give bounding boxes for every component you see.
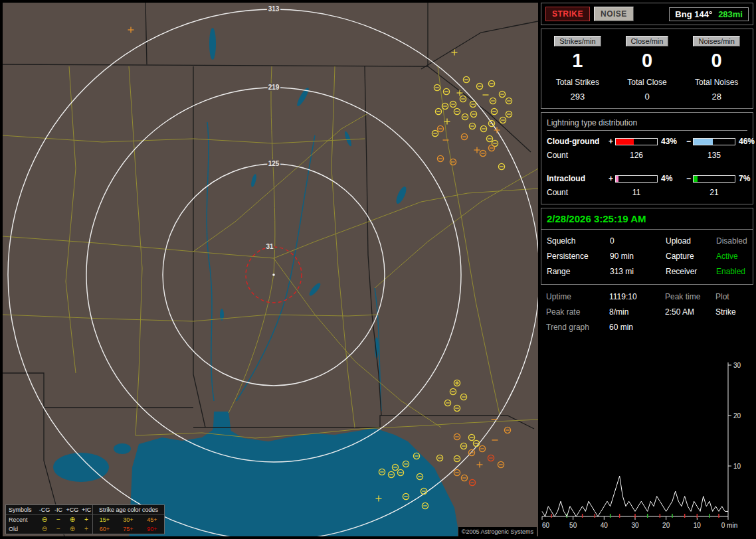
svg-text:30: 30 (733, 362, 741, 369)
upload-label: Upload (666, 236, 716, 246)
legend-recent-label: Recent (6, 514, 37, 524)
plus-sign: + (607, 137, 615, 146)
recent-pos-cg-icon: ⊕ (64, 514, 80, 524)
total-strikes-label: Total Strikes (556, 78, 599, 87)
intracloud-label: Intracloud (547, 174, 607, 183)
close-per-min-value: 0 (642, 50, 652, 72)
total-strikes-value: 293 (570, 92, 585, 102)
receiver-location-marker (272, 273, 275, 276)
plus-sign: + (607, 174, 615, 183)
ic-plus-bar (615, 175, 658, 183)
svg-text:0 min: 0 min (721, 522, 737, 529)
close-per-min-label: Close/min (626, 36, 669, 46)
ring-label-313: 313 (268, 5, 280, 13)
noises-rate-column: Noises/min 0 Total Noises 28 (682, 36, 751, 102)
peak-rate-value: 8/min (609, 307, 665, 317)
noises-per-min-value: 0 (711, 50, 722, 72)
sidebar: STRIKE NOISE Bng 144° 283mi Strikes/min … (541, 3, 753, 536)
ic-minus-count: 21 (693, 188, 735, 197)
range-value: 313 mi (610, 267, 666, 276)
age-75-label: 75+ (116, 524, 140, 534)
plot-label: Plot (715, 292, 748, 301)
age-45-label: 45+ (140, 514, 164, 524)
age-30-label: 30+ (116, 514, 140, 524)
svg-text:30: 30 (631, 522, 639, 529)
uptime-label: Uptime (546, 292, 609, 301)
total-close-value: 0 (644, 92, 649, 102)
total-close-label: Total Close (627, 78, 666, 87)
ring-label-125: 125 (268, 160, 280, 167)
map-legend: Symbols -CG -IC +CG +IC Strike age color… (5, 504, 165, 534)
status-grid: Squelch 0 Upload Disabled Persistence 90… (541, 230, 753, 284)
strike-mode-button[interactable]: STRIKE (545, 7, 590, 21)
recent-neg-cg-icon: ⊖ (37, 514, 52, 524)
cg-minus-count: 135 (693, 151, 735, 160)
map-canvas[interactable]: 313 219 125 31 (3, 3, 538, 536)
distribution-title: Lightning type distribution (547, 118, 747, 131)
legend-col-neg-cg: -CG (37, 505, 52, 514)
trend-graph-label: Trend graph (546, 323, 609, 332)
svg-text:20: 20 (733, 412, 741, 420)
peak-rate-label: Peak rate (546, 307, 609, 317)
total-noises-value: 28 (711, 92, 721, 102)
svg-text:50: 50 (569, 522, 577, 529)
minus-sign: − (684, 174, 693, 183)
uptime-value: 1119:10 (609, 292, 665, 301)
peak-time-value: 2:50 AM (665, 307, 715, 317)
svg-text:20: 20 (662, 522, 670, 529)
legend-col-pos-ic: +IC (80, 505, 92, 514)
legend-old-label: Old (6, 524, 37, 534)
trend-graph-value[interactable]: 60 min (609, 323, 665, 332)
squelch-value: 0 (610, 236, 666, 246)
ic-plus-count: 11 (615, 188, 658, 197)
ic-minus-bar (693, 175, 735, 183)
total-noises-label: Total Noises (695, 78, 738, 87)
distribution-panel: Lightning type distribution Cloud-ground… (541, 112, 753, 204)
range-label: Range (547, 267, 610, 276)
close-rate-column: Close/min 0 Total Close 0 (613, 36, 682, 102)
age-15-label: 15+ (92, 514, 116, 524)
bearing-range-value: 283mi (718, 9, 743, 19)
svg-text:10: 10 (733, 463, 741, 470)
old-pos-cg-icon: ⊕ (64, 524, 80, 534)
squelch-label: Squelch (547, 236, 610, 246)
cg-plus-percent: 43% (658, 137, 684, 146)
datetime-display: 2/28/2026 3:25:19 AM (541, 208, 753, 230)
upload-status: Disabled (716, 236, 747, 246)
bearing-readout: Bng 144° 283mi (669, 7, 749, 21)
ring-label-31: 31 (266, 243, 274, 250)
receiver-status: Enabled (716, 267, 747, 276)
legend-col-neg-ic: -IC (52, 505, 64, 514)
noise-mode-button[interactable]: NOISE (594, 7, 634, 21)
bearing-value: Bng 144° (675, 9, 712, 19)
capture-label: Capture (666, 252, 716, 261)
cg-minus-bar (693, 138, 735, 145)
plot-value: Strike (715, 307, 748, 317)
legend-symbols-header: Symbols (6, 505, 37, 514)
receiver-label: Receiver (666, 267, 716, 276)
strikes-per-min-label: Strikes/min (554, 36, 601, 46)
minus-sign: − (684, 137, 693, 146)
info-grid: Uptime 1119:10 Peak time Plot Peak rate … (541, 288, 753, 336)
legend-age-header: Strike age color codes (92, 505, 164, 514)
distribution-grid: Cloud-ground + 43% − 46% Count 126 135 I… (547, 137, 747, 197)
status-panel: 2/28/2026 3:25:19 AM Squelch 0 Upload Di… (541, 208, 753, 285)
lightning-map[interactable]: 313 219 125 31 Symbols -CG -IC +CG +IC S… (3, 3, 538, 536)
svg-text:10: 10 (694, 522, 702, 529)
noises-per-min-label: Noises/min (693, 36, 739, 46)
rates-panel: Strikes/min 1 Total Strikes 293 Close/mi… (541, 29, 753, 109)
svg-text:60: 60 (542, 522, 550, 529)
legend-col-pos-cg: +CG (64, 505, 80, 514)
trend-chart-container: 1020306050403020100 min (541, 339, 753, 536)
recent-pos-ic-icon: + (80, 514, 92, 524)
trend-chart: 1020306050403020100 min (541, 358, 752, 536)
old-neg-ic-icon: − (52, 524, 64, 534)
strikes-per-min-value: 1 (572, 50, 583, 72)
svg-text:40: 40 (601, 522, 609, 529)
age-60-label: 60+ (92, 524, 116, 534)
cg-count-label: Count (547, 151, 607, 160)
cg-plus-count: 126 (615, 151, 658, 160)
ring-label-219: 219 (268, 84, 280, 91)
ic-plus-percent: 4% (658, 174, 684, 183)
strikes-rate-column: Strikes/min 1 Total Strikes 293 (543, 36, 613, 102)
